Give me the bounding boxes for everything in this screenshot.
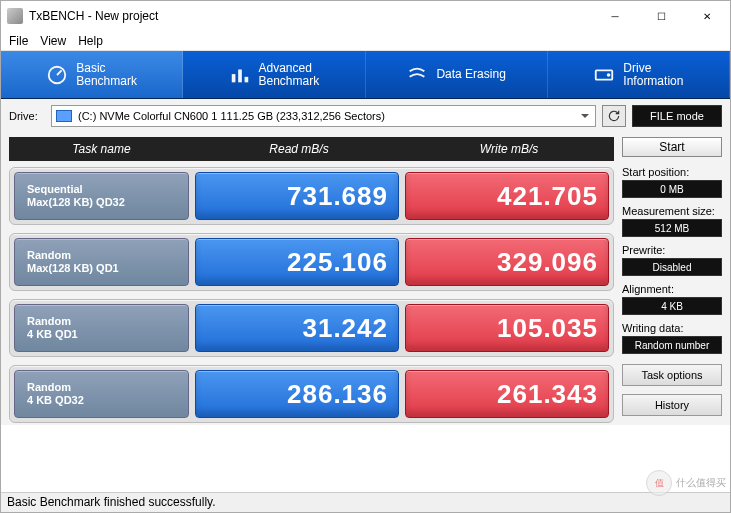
drive-select[interactable]: (C:) NVMe Colorful CN600 1 111.25 GB (23… (51, 105, 596, 127)
start-button[interactable]: Start (622, 137, 722, 157)
watermark-text: 什么值得买 (676, 476, 726, 490)
task-name-line1: Sequential (27, 183, 188, 196)
title-bar: TxBENCH - New project ─ ☐ ✕ (1, 1, 730, 31)
watermark: 值 什么值得买 (646, 470, 726, 496)
header-read: Read mB/s (194, 137, 404, 161)
prewrite-value[interactable]: Disabled (622, 258, 722, 276)
task-name-line2: Max(128 KB) QD1 (27, 262, 188, 275)
svg-point-5 (608, 74, 610, 76)
task-name[interactable]: SequentialMax(128 KB) QD32 (14, 172, 189, 220)
read-value: 31.242 (195, 304, 399, 352)
results-header: Task name Read mB/s Write mB/s (9, 137, 614, 161)
task-row: Random4 KB QD32286.136261.343 (9, 365, 614, 423)
header-task: Task name (9, 137, 194, 161)
drive-label: Drive: (9, 110, 45, 122)
window-title: TxBENCH - New project (29, 9, 592, 23)
app-icon (7, 8, 23, 24)
toolbar: Drive: (C:) NVMe Colorful CN600 1 111.25… (1, 99, 730, 133)
drive-icon (593, 64, 615, 86)
task-row: SequentialMax(128 KB) QD32731.689421.705 (9, 167, 614, 225)
write-value: 261.343 (405, 370, 609, 418)
minimize-button[interactable]: ─ (592, 1, 638, 31)
task-name-line2: 4 KB QD32 (27, 394, 188, 407)
task-name-line1: Random (27, 249, 188, 262)
svg-rect-1 (231, 74, 235, 82)
task-row: RandomMax(128 KB) QD1225.106329.096 (9, 233, 614, 291)
task-name[interactable]: Random4 KB QD32 (14, 370, 189, 418)
task-row: Random4 KB QD131.242105.035 (9, 299, 614, 357)
read-value: 731.689 (195, 172, 399, 220)
alignment-label: Alignment: (622, 280, 722, 295)
watermark-icon: 值 (646, 470, 672, 496)
header-write: Write mB/s (404, 137, 614, 161)
writing-data-label: Writing data: (622, 319, 722, 334)
disk-icon (56, 110, 72, 122)
drive-value: (C:) NVMe Colorful CN600 1 111.25 GB (23… (78, 110, 385, 122)
tab-basic-benchmark[interactable]: Basic Benchmark (1, 51, 183, 98)
history-button[interactable]: History (622, 394, 722, 416)
tab-label: Advanced Benchmark (259, 62, 320, 88)
tab-data-erasing[interactable]: Data Erasing (366, 51, 548, 98)
measurement-size-value[interactable]: 512 MB (622, 219, 722, 237)
close-button[interactable]: ✕ (684, 1, 730, 31)
task-name-line2: 4 KB QD1 (27, 328, 188, 341)
file-mode-button[interactable]: FILE mode (632, 105, 722, 127)
writing-data-value[interactable]: Random number (622, 336, 722, 354)
task-name-line1: Random (27, 315, 188, 328)
measurement-size-label: Measurement size: (622, 202, 722, 217)
tab-bar: Basic Benchmark Advanced Benchmark Data … (1, 51, 730, 99)
erase-icon (406, 64, 428, 86)
task-name-line2: Max(128 KB) QD32 (27, 196, 188, 209)
write-value: 105.035 (405, 304, 609, 352)
task-name-line1: Random (27, 381, 188, 394)
gauge-icon (46, 64, 68, 86)
tab-label: Basic Benchmark (76, 62, 137, 88)
write-value: 329.096 (405, 238, 609, 286)
menu-view[interactable]: View (40, 34, 66, 48)
chart-icon (229, 64, 251, 86)
results-panel: Task name Read mB/s Write mB/s Sequentia… (9, 137, 614, 423)
start-position-label: Start position: (622, 163, 722, 178)
menu-bar: File View Help (1, 31, 730, 51)
svg-rect-2 (238, 69, 242, 82)
tab-label: Data Erasing (436, 68, 505, 81)
start-position-value[interactable]: 0 MB (622, 180, 722, 198)
status-bar: Basic Benchmark finished successfully. (1, 492, 730, 512)
read-value: 225.106 (195, 238, 399, 286)
reload-button[interactable] (602, 105, 626, 127)
alignment-value[interactable]: 4 KB (622, 297, 722, 315)
menu-help[interactable]: Help (78, 34, 103, 48)
refresh-icon (607, 109, 621, 123)
task-name[interactable]: RandomMax(128 KB) QD1 (14, 238, 189, 286)
tab-label: Drive Information (623, 62, 683, 88)
tab-drive-information[interactable]: Drive Information (548, 51, 730, 98)
maximize-button[interactable]: ☐ (638, 1, 684, 31)
side-panel: Start Start position: 0 MB Measurement s… (622, 137, 722, 423)
write-value: 421.705 (405, 172, 609, 220)
prewrite-label: Prewrite: (622, 241, 722, 256)
task-name[interactable]: Random4 KB QD1 (14, 304, 189, 352)
tab-advanced-benchmark[interactable]: Advanced Benchmark (183, 51, 365, 98)
svg-rect-3 (244, 76, 248, 82)
read-value: 286.136 (195, 370, 399, 418)
task-options-button[interactable]: Task options (622, 364, 722, 386)
menu-file[interactable]: File (9, 34, 28, 48)
